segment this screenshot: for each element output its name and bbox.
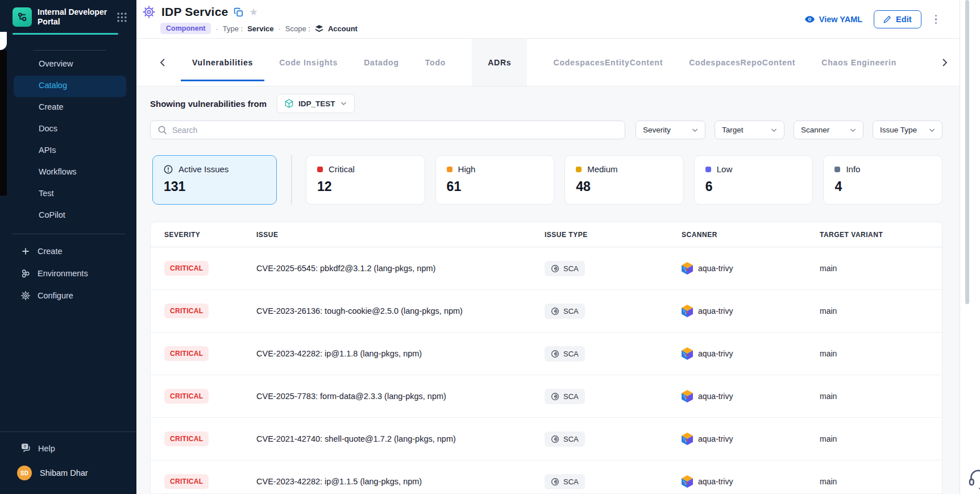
- view-yaml-button[interactable]: View YAML: [804, 15, 862, 24]
- sidebar-nav: Overview Catalog Create Docs APIs Workfl…: [0, 54, 136, 227]
- apps-grid-icon[interactable]: [117, 12, 127, 23]
- high-card[interactable]: High 61: [435, 155, 555, 205]
- chevron-down-icon: [771, 128, 777, 132]
- scanner-cell: aqua-trivy: [682, 390, 820, 402]
- entity-header: IDP Service ★ Component · Type : Service…: [136, 0, 960, 39]
- sidebar-header: Internal Developer Portal: [0, 0, 136, 33]
- tab-vulnerabilities[interactable]: Vulnerabilities: [192, 39, 253, 86]
- active-issues-card[interactable]: Active Issues 131: [152, 155, 277, 205]
- card-value: 6: [705, 179, 802, 194]
- card-label: Active Issues: [178, 164, 229, 174]
- severity-filter-select[interactable]: Severity: [636, 121, 705, 139]
- table-row[interactable]: CRITICAL CVE-2025-6545: pbkdf2@3.1.2 (la…: [151, 247, 942, 290]
- info-card[interactable]: Info 4: [823, 155, 942, 205]
- entity-title-block: IDP Service ★ Component · Type : Service…: [142, 5, 358, 38]
- filter-label: Severity: [643, 126, 671, 134]
- tab-codespaces-entity-content[interactable]: CodespacesEntityContent: [553, 39, 663, 86]
- scanner-cell: aqua-trivy: [682, 475, 820, 488]
- more-options-kebab-icon[interactable]: [933, 13, 940, 27]
- avatar: SD: [17, 466, 32, 480]
- page-scrollbar-track[interactable]: [960, 0, 980, 494]
- low-card[interactable]: Low 6: [694, 155, 813, 205]
- vulnerabilities-panel: Showing vulnerabilities from IDP_TEST Se…: [136, 86, 960, 494]
- sidebar-item-overview[interactable]: Overview: [14, 54, 126, 76]
- tab-datadog[interactable]: Datadog: [364, 39, 399, 86]
- sca-fingerprint-icon: [551, 350, 559, 358]
- window-edge-artifact: [0, 50, 7, 196]
- table-row[interactable]: CRITICAL CVE-2023-42282: ip@1.1.5 (lang-…: [151, 460, 942, 494]
- severity-badge: CRITICAL: [164, 346, 209, 361]
- critical-card[interactable]: Critical 12: [306, 155, 425, 205]
- sidebar-item-workflows[interactable]: Workflows: [14, 162, 126, 184]
- table-row[interactable]: CRITICAL CVE-2023-26136: tough-cookie@2.…: [151, 290, 942, 333]
- copy-icon[interactable]: [234, 7, 243, 17]
- sidebar-action-configure[interactable]: Configure: [0, 284, 136, 306]
- app-logo: [13, 7, 32, 27]
- title-row: IDP Service ★: [142, 5, 358, 19]
- severity-badge: CRITICAL: [164, 389, 209, 404]
- table-row[interactable]: CRITICAL CVE-2021-42740: shell-quote@1.7…: [151, 418, 942, 460]
- severity-badge: CRITICAL: [164, 474, 209, 489]
- favorite-star-icon[interactable]: ★: [249, 7, 258, 17]
- sidebar-action-environments[interactable]: Environments: [0, 262, 136, 284]
- separator-dot: ·: [278, 24, 280, 33]
- issue-cell: CVE-2021-42740: shell-quote@1.7.2 (lang-…: [256, 434, 545, 443]
- card-value: 61: [447, 179, 543, 194]
- issue-cell: CVE-2023-42282: ip@1.1.5 (lang-pkgs, npm…: [256, 477, 545, 486]
- sidebar-action-create[interactable]: Create: [0, 240, 136, 262]
- filter-row: Severity Target Scanner Issue Type: [150, 121, 942, 139]
- scanner-name: aqua-trivy: [698, 306, 733, 316]
- aqua-trivy-icon: [682, 347, 693, 360]
- chevron-down-icon: [850, 128, 856, 132]
- tab-chaos-engineering[interactable]: Chaos Engineerin: [821, 39, 896, 86]
- issue-cell: CVE-2025-6545: pbkdf2@3.1.2 (lang-pkgs, …: [256, 264, 545, 273]
- scanner-cell: aqua-trivy: [682, 262, 820, 275]
- view-yaml-label: View YAML: [819, 15, 862, 24]
- search-input[interactable]: [172, 126, 618, 135]
- issue-type-label: SCA: [563, 478, 579, 486]
- layers-icon: [315, 24, 323, 33]
- sca-fingerprint-icon: [551, 264, 559, 273]
- severity-badge: CRITICAL: [164, 261, 209, 276]
- tabs-scroll-right-icon[interactable]: [938, 55, 952, 70]
- entity-meta-row: Component · Type : Service · Scope : Acc…: [160, 23, 358, 34]
- scan-scope-select[interactable]: IDP_TEST: [277, 94, 355, 113]
- table-row[interactable]: CRITICAL CVE-2023-42282: ip@1.1.8 (lang-…: [151, 333, 942, 375]
- app-window: Internal Developer Portal Overview Catal…: [0, 0, 980, 494]
- issue-type-filter-select[interactable]: Issue Type: [873, 121, 942, 139]
- entity-tabs: Vulnerabilities Code Insights Datadog To…: [136, 39, 960, 86]
- column-header-issue-type: ISSUE TYPE: [545, 231, 682, 239]
- edit-button[interactable]: Edit: [874, 10, 921, 28]
- help-button[interactable]: ? Help: [0, 432, 136, 460]
- scanner-filter-select[interactable]: Scanner: [794, 121, 863, 139]
- issue-cell: CVE-2025-7783: form-data@2.3.3 (lang-pkg…: [256, 392, 545, 401]
- scanner-name: aqua-trivy: [698, 434, 733, 443]
- tab-adrs[interactable]: ADRs: [472, 39, 527, 86]
- user-menu[interactable]: SD Shibam Dhar: [0, 460, 136, 485]
- showing-label: Showing vulnerabilities from: [150, 99, 267, 109]
- eye-icon: [804, 15, 815, 23]
- table-row[interactable]: CRITICAL CVE-2025-7783: form-data@2.3.3 …: [151, 375, 942, 418]
- support-headset-icon[interactable]: [967, 468, 980, 492]
- sidebar-item-docs[interactable]: Docs: [14, 119, 126, 140]
- card-label: Low: [717, 164, 733, 174]
- sidebar-item-apis[interactable]: APIs: [14, 140, 126, 162]
- column-header-target-variant: TARGET VARIANT: [820, 231, 942, 239]
- target-filter-select[interactable]: Target: [715, 121, 784, 139]
- scope-label: Scope :: [285, 24, 310, 33]
- aqua-trivy-icon: [682, 305, 693, 317]
- sidebar-item-copilot[interactable]: CoPilot: [14, 205, 126, 227]
- sidebar-item-test[interactable]: Test: [14, 184, 126, 205]
- cards-divider: [291, 155, 292, 205]
- card-label: Info: [846, 164, 860, 174]
- tab-codespaces-repo-content[interactable]: CodespacesRepoContent: [689, 39, 795, 86]
- sidebar-item-catalog[interactable]: Catalog: [14, 76, 126, 97]
- page-scrollbar-thumb[interactable]: [965, 0, 969, 304]
- tab-todo[interactable]: Todo: [425, 39, 446, 86]
- table-header-row: SEVERITY ISSUE ISSUE TYPE SCANNER TARGET…: [151, 222, 942, 247]
- tab-code-insights[interactable]: Code Insights: [279, 39, 338, 86]
- medium-card[interactable]: Medium 48: [564, 155, 684, 205]
- sidebar-item-create[interactable]: Create: [14, 97, 126, 119]
- tabs-scroll-left-icon[interactable]: [156, 55, 169, 70]
- issue-type-label: SCA: [563, 435, 579, 443]
